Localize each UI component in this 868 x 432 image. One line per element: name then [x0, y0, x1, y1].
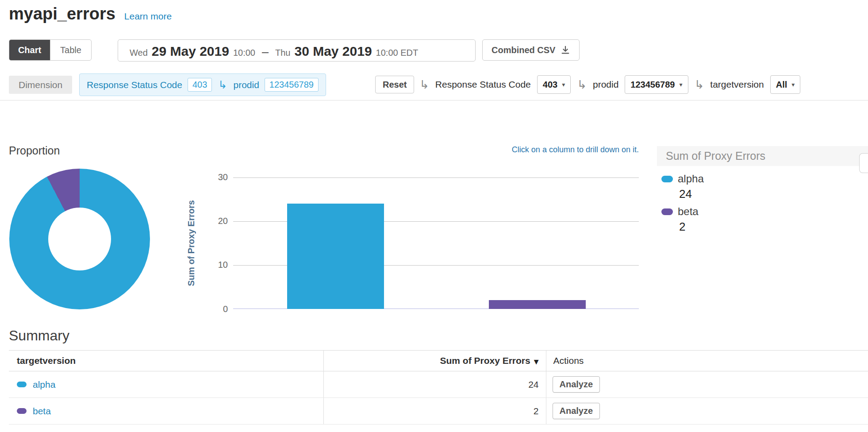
- breadcrumb-value-chip[interactable]: 123456789: [265, 78, 319, 92]
- row-value: 2: [323, 398, 546, 424]
- date-range-picker[interactable]: Wed 29 May 2019 10:00 – Thu 30 May 2019 …: [118, 39, 476, 62]
- targetversion-value: All: [776, 80, 787, 90]
- column-header-actions: Actions: [546, 351, 868, 371]
- y-tick-label: 0: [201, 304, 228, 314]
- y-tick-label: 20: [201, 216, 228, 226]
- summary-heading: Summary: [9, 328, 69, 344]
- chart-legend: Sum of Proxy Errors alpha 24 beta 2: [657, 146, 868, 266]
- chevron-down-icon: ▾: [679, 81, 682, 88]
- start-time: 10:00: [233, 48, 255, 58]
- view-toggle: Chart Table: [9, 39, 92, 61]
- drilldown-label: targetversion: [710, 79, 764, 90]
- date-range-separator: –: [259, 45, 271, 59]
- series-swatch-alpha: [17, 382, 27, 387]
- combined-csv-button[interactable]: Combined CSV: [482, 39, 580, 61]
- y-tick-label: 10: [201, 260, 228, 270]
- series-swatch-beta: [17, 408, 27, 414]
- legend-value: 24: [679, 186, 868, 201]
- column-header-sum-label: Sum of Proxy Errors: [440, 355, 530, 366]
- row-link-alpha[interactable]: alpha: [33, 379, 55, 390]
- chevron-down-icon: ▾: [791, 81, 795, 88]
- drilldown-label: prodid: [593, 79, 618, 90]
- drilldown-arrow-icon: ↳: [577, 78, 587, 91]
- drilldown-arrow-icon: ↳: [419, 78, 429, 91]
- report-title: myapi_errors: [9, 4, 115, 23]
- table-view-button[interactable]: Table: [50, 40, 91, 60]
- analyze-button[interactable]: Analyze: [553, 403, 600, 419]
- drilldown-hint: Click on a column to drill down on it.: [233, 145, 639, 154]
- y-axis-label-wrap: Sum of Proxy Errors: [184, 177, 198, 309]
- start-date: 29 May 2019: [152, 44, 229, 59]
- end-date: 30 May 2019: [294, 44, 372, 59]
- donut-chart[interactable]: [9, 169, 150, 309]
- legend-swatch-beta: [661, 208, 673, 215]
- breadcrumb-dimension-label: prodid: [233, 80, 259, 90]
- donut-hole: [48, 208, 111, 270]
- start-day: Wed: [130, 48, 148, 58]
- end-day: Thu: [275, 48, 290, 58]
- analyze-button[interactable]: Analyze: [553, 376, 600, 393]
- row-link-beta[interactable]: beta: [33, 406, 51, 417]
- bar-beta[interactable]: [489, 300, 586, 309]
- legend-item: beta 2: [661, 204, 868, 234]
- summary-table: targetversion Sum of Proxy Errors▼ Actio…: [9, 350, 868, 424]
- reset-button[interactable]: Reset: [375, 76, 414, 93]
- end-time: 10:00 EDT: [376, 48, 419, 58]
- table-header-row: targetversion Sum of Proxy Errors▼ Actio…: [9, 351, 868, 371]
- column-header-targetversion: targetversion: [9, 351, 323, 371]
- learn-more-link[interactable]: Learn more: [124, 11, 172, 22]
- gridline: [233, 177, 639, 178]
- breadcrumb-dimension-label: Response Status Code: [87, 80, 182, 90]
- filter-breadcrumb: Response Status Code 403 ↳ prodid 123456…: [79, 73, 326, 96]
- legend-value: 2: [679, 219, 868, 234]
- drilldown-arrow-icon: ↳: [695, 78, 704, 91]
- legend-collapse-handle[interactable]: [859, 153, 868, 173]
- y-tick-label: 30: [201, 172, 228, 182]
- drilldown-selectors: ↳ Response Status Code 403 ▾ ↳ prodid 12…: [419, 75, 800, 94]
- legend-swatch-alpha: [661, 176, 673, 182]
- bar-chart: Sum of Proxy Errors 30 20 10 0: [233, 177, 639, 309]
- chart-view-button[interactable]: Chart: [9, 40, 50, 60]
- download-icon: [561, 45, 570, 55]
- breadcrumb-value-chip[interactable]: 403: [188, 78, 212, 92]
- chevron-down-icon: ▾: [562, 81, 565, 88]
- table-row: beta 2 Analyze: [9, 398, 868, 424]
- legend-item: alpha 24: [661, 171, 868, 201]
- prodid-value: 123456789: [630, 80, 675, 90]
- legend-items: alpha 24 beta 2: [657, 166, 868, 234]
- dimension-label: Dimension: [9, 76, 72, 94]
- legend-label: alpha: [678, 173, 704, 185]
- legend-label: beta: [678, 205, 699, 218]
- status-code-value: 403: [543, 80, 557, 90]
- section-divider: [0, 100, 868, 100]
- legend-title: Sum of Proxy Errors: [657, 146, 868, 166]
- bar-alpha[interactable]: [287, 204, 384, 309]
- column-header-sum[interactable]: Sum of Proxy Errors▼: [323, 351, 546, 371]
- targetversion-select[interactable]: All ▾: [770, 75, 801, 94]
- drilldown-label: Response Status Code: [435, 79, 531, 90]
- table-row: alpha 24 Analyze: [9, 371, 868, 398]
- drilldown-arrow-icon: ↳: [218, 79, 227, 91]
- proportion-label: Proportion: [9, 144, 60, 157]
- prodid-select[interactable]: 123456789 ▾: [625, 75, 688, 94]
- sort-desc-icon: ▼: [534, 358, 539, 365]
- combined-csv-label: Combined CSV: [492, 45, 555, 55]
- row-value: 24: [323, 371, 546, 398]
- status-code-select[interactable]: 403 ▾: [537, 75, 571, 94]
- report-header: myapi_errors Learn more: [9, 4, 172, 23]
- y-axis-label: Sum of Proxy Errors: [186, 200, 196, 286]
